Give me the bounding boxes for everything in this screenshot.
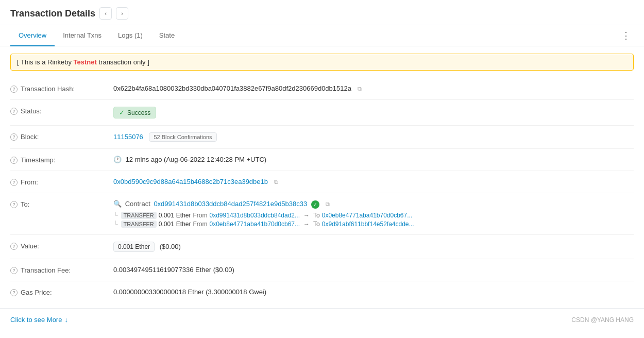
transfer-line-2: TRANSFER 0.001 Ether From 0x0eb8e4771aba… — [113, 221, 634, 228]
transfer-arrow-1: → — [303, 212, 310, 219]
label-to: ? To: — [10, 200, 113, 208]
value-gas-price: 0.000000003300000018 Ether (3.300000018 … — [113, 288, 634, 296]
clock-icon: 🕐 — [113, 156, 122, 163]
contract-search-icon: 🔍 — [113, 200, 122, 208]
value-from: 0x0bd590c9c9d88a64a15b4688c2b71c3ea39dbe… — [113, 178, 634, 186]
value-block: 11155076 52 Block Confirmations — [113, 132, 634, 142]
row-to: ? To: 🔍 Contract 0xd991431d8b033ddcb84da… — [10, 193, 634, 235]
value-tx-fee: 0.00349749511619077336 Ether ($0.00) — [113, 266, 634, 274]
copy-icon-to[interactable]: ⧉ — [324, 201, 331, 208]
tab-internal-txns[interactable]: Internal Txns — [55, 25, 110, 46]
help-icon-status[interactable]: ? — [10, 108, 18, 115]
value-tx-hash: 0x622b4fa68a1080032bd330dba040701fa3882e… — [113, 84, 634, 93]
detail-table: ? Transaction Hash: 0x622b4fa68a1080032b… — [0, 78, 644, 303]
copy-icon-tx-hash[interactable]: ⧉ — [356, 86, 363, 93]
credit-text: CSDN @YANG HANG — [571, 316, 634, 324]
from-address-link[interactable]: 0x0bd590c9c9d88a64a15b4688c2b71c3ea39dbe… — [113, 178, 268, 185]
success-check-icon: ✓ — [119, 109, 125, 116]
help-icon-timestamp[interactable]: ? — [10, 157, 18, 164]
transfer-arrow-2: → — [303, 221, 310, 228]
transfer-amount-1: 0.001 — [159, 212, 174, 219]
transfer-block: TRANSFER 0.001 Ether From 0xd991431d8b03… — [113, 212, 634, 228]
click-more-link[interactable]: Click to see More ↓ — [10, 316, 68, 324]
value-status: ✓ Success — [113, 107, 634, 119]
row-status: ? Status: ✓ Success — [10, 100, 634, 126]
tabs-bar: Overview Internal Txns Logs (1) State ⋮ — [0, 25, 644, 46]
contract-label: Contract — [125, 200, 150, 208]
testnet-highlight: Testnet — [74, 58, 97, 66]
tab-logs[interactable]: Logs (1) — [110, 25, 151, 46]
tab-state[interactable]: State — [151, 25, 183, 46]
help-icon-block[interactable]: ? — [10, 133, 18, 141]
label-value: ? Value: — [10, 242, 113, 250]
row-value: ? Value: 0.001 Ether ($0.00) — [10, 235, 634, 259]
help-icon-to[interactable]: ? — [10, 201, 18, 208]
value-to: 🔍 Contract 0xd991431d8b033ddcb84dad257f4… — [113, 200, 634, 228]
value-usd: ($0.00) — [160, 243, 181, 250]
transfer-label-2: TRANSFER — [121, 221, 157, 228]
label-gas-price: ? Gas Price: — [10, 288, 113, 296]
label-status: ? Status: — [10, 107, 113, 115]
value-amount-badge: 0.001 Ether — [113, 242, 155, 252]
copy-icon-from[interactable]: ⧉ — [273, 179, 280, 186]
block-confirmations-badge: 52 Block Confirmations — [149, 132, 216, 142]
label-block: ? Block: — [10, 132, 113, 141]
help-icon-value[interactable]: ? — [10, 243, 18, 250]
transfer-unit-2: Ether — [176, 221, 191, 228]
row-timestamp: ? Timestamp: 🕐 12 mins ago (Aug-06-2022 … — [10, 149, 634, 171]
transfer-amount-2: 0.001 — [159, 221, 174, 228]
transfer-to-link-2[interactable]: 0x9d91abf611bbf14e52fa4cdde... — [322, 221, 414, 228]
help-icon-tx-hash[interactable]: ? — [10, 86, 18, 93]
row-from: ? From: 0x0bd590c9c9d88a64a15b4688c2b71c… — [10, 171, 634, 193]
row-tx-hash: ? Transaction Hash: 0x622b4fa68a1080032b… — [10, 78, 634, 100]
tab-more-menu[interactable]: ⋮ — [619, 28, 634, 43]
page-title: Transaction Details — [10, 8, 95, 19]
page-header: Transaction Details ‹ › — [0, 0, 644, 25]
tab-overview[interactable]: Overview — [10, 25, 55, 46]
block-number-link[interactable]: 11155076 — [113, 133, 143, 141]
row-block: ? Block: 11155076 52 Block Confirmations — [10, 126, 634, 149]
footer-bar: Click to see More ↓ CSDN @YANG HANG — [0, 308, 644, 331]
testnet-banner: [ This is a Rinkeby Testnet transaction … — [10, 54, 634, 71]
label-timestamp: ? Timestamp: — [10, 156, 113, 164]
prev-button[interactable]: ‹ — [99, 7, 112, 20]
label-tx-hash: ? Transaction Hash: — [10, 84, 113, 93]
help-icon-tx-fee[interactable]: ? — [10, 267, 18, 274]
verified-check-icon: ✓ — [311, 200, 319, 209]
transfer-to-link-1[interactable]: 0x0eb8e4771aba41b70d0cb67... — [322, 212, 413, 219]
help-icon-gas-price[interactable]: ? — [10, 289, 18, 296]
transfer-from-link-2[interactable]: 0x0eb8e4771aba41b70d0cb67... — [210, 221, 300, 228]
row-gas-price: ? Gas Price: 0.000000003300000018 Ether … — [10, 281, 634, 303]
success-badge: ✓ Success — [113, 107, 156, 119]
contract-address-link[interactable]: 0xd991431d8b033ddcb84dad257f4821e9d5b38c… — [154, 200, 307, 208]
transfer-unit-1: Ether — [176, 212, 191, 219]
label-from: ? From: — [10, 178, 113, 186]
label-tx-fee: ? Transaction Fee: — [10, 266, 113, 274]
value-value: 0.001 Ether ($0.00) — [113, 242, 634, 252]
help-icon-from[interactable]: ? — [10, 179, 18, 186]
arrow-down-icon: ↓ — [64, 316, 68, 324]
transfer-line-1: TRANSFER 0.001 Ether From 0xd991431d8b03… — [113, 212, 634, 219]
next-button[interactable]: › — [116, 7, 128, 20]
row-tx-fee: ? Transaction Fee: 0.0034974951161907733… — [10, 259, 634, 281]
transfer-from-link-1[interactable]: 0xd991431d8b033ddcb84dad2... — [210, 212, 300, 219]
transfer-label-1: TRANSFER — [121, 212, 157, 219]
value-timestamp: 🕐 12 mins ago (Aug-06-2022 12:40:28 PM +… — [113, 156, 634, 163]
